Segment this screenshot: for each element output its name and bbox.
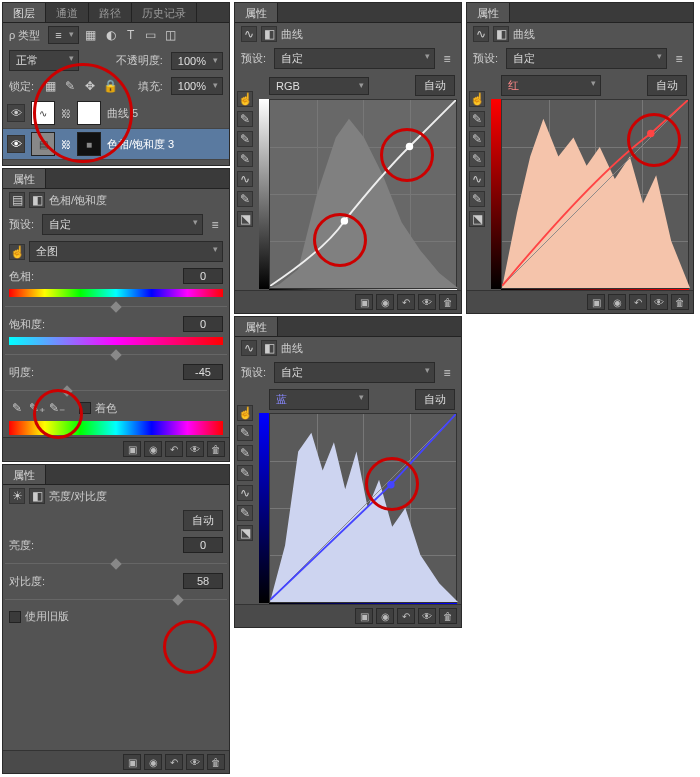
curve-edit-icon[interactable]: ∿ xyxy=(237,171,253,187)
prev-icon[interactable]: ◉ xyxy=(376,294,394,310)
layer-name[interactable]: 曲线 5 xyxy=(107,106,138,121)
curve-grid[interactable] xyxy=(269,413,457,603)
filter-pixel-icon[interactable]: ▦ xyxy=(83,27,99,43)
layer-hsl3[interactable]: 👁 ▤ ⛓ ■ 色相/饱和度 3 xyxy=(3,129,229,160)
tab-channels[interactable]: 通道 xyxy=(46,3,89,22)
auto-button[interactable]: 自动 xyxy=(415,75,455,96)
mask-icon[interactable]: ◧ xyxy=(29,488,45,504)
layer-name[interactable]: 色相/饱和度 3 xyxy=(107,137,174,152)
mask-thumb[interactable]: ■ xyxy=(77,132,101,156)
legacy-check[interactable] xyxy=(9,611,21,623)
pencil-icon[interactable]: ✎ xyxy=(237,505,253,521)
visibility-icon[interactable]: 👁 xyxy=(186,754,204,770)
channel-select[interactable]: RGB xyxy=(269,77,369,95)
pencil-icon[interactable]: ✎ xyxy=(237,191,253,207)
prev-icon[interactable]: ◉ xyxy=(144,754,162,770)
finger-icon[interactable]: ☝ xyxy=(237,405,253,421)
preset-select[interactable]: 自定 xyxy=(42,214,203,235)
tab-properties[interactable]: 属性 xyxy=(235,3,278,22)
eyedrop-gray-icon[interactable]: ✎ xyxy=(237,445,253,461)
visibility-icon[interactable]: 👁 xyxy=(7,135,25,153)
light-value[interactable]: -45 xyxy=(183,364,223,380)
smooth-icon[interactable]: ⬔ xyxy=(237,211,253,227)
eyedropper-icon[interactable]: ✎ xyxy=(9,400,25,416)
smooth-icon[interactable]: ⬔ xyxy=(237,525,253,541)
filter-kind[interactable]: ≡ xyxy=(48,26,78,44)
mask-icon[interactable]: ◧ xyxy=(29,192,45,208)
prev-icon[interactable]: ◉ xyxy=(376,608,394,624)
colorize-check[interactable] xyxy=(79,402,91,414)
mask-icon[interactable]: ◧ xyxy=(493,26,509,42)
filter-shape-icon[interactable]: ▭ xyxy=(143,27,159,43)
tab-layers[interactable]: 图层 xyxy=(3,3,46,22)
eyedropper-plus-icon[interactable]: ✎₊ xyxy=(29,400,45,416)
reset-icon[interactable]: ↶ xyxy=(165,441,183,457)
adjustment-thumb[interactable]: ∿ xyxy=(31,101,55,125)
filter-type-icon[interactable]: T xyxy=(123,27,139,43)
channel-select[interactable]: 红 xyxy=(501,75,601,96)
contrast-value[interactable]: 58 xyxy=(183,573,223,589)
lock-trans-icon[interactable]: ▦ xyxy=(42,78,58,94)
clip-icon[interactable]: ▣ xyxy=(587,294,605,310)
finger-icon[interactable]: ☝ xyxy=(237,91,253,107)
reset-icon[interactable]: ↶ xyxy=(397,294,415,310)
brightness-value[interactable]: 0 xyxy=(183,537,223,553)
visibility-icon[interactable]: 👁 xyxy=(418,608,436,624)
tab-properties[interactable]: 属性 xyxy=(467,3,510,22)
mask-thumb[interactable] xyxy=(77,101,101,125)
adjustment-thumb[interactable]: ▤ xyxy=(31,132,55,156)
eyedrop-white-icon[interactable]: ✎ xyxy=(237,465,253,481)
lock-pos-icon[interactable]: ✥ xyxy=(82,78,98,94)
curve-edit-icon[interactable]: ∿ xyxy=(469,171,485,187)
clip-icon[interactable]: ▣ xyxy=(355,294,373,310)
curve-edit-icon[interactable]: ∿ xyxy=(237,485,253,501)
lock-all-icon[interactable]: 🔒 xyxy=(102,78,118,94)
reset-icon[interactable]: ↶ xyxy=(397,608,415,624)
visibility-icon[interactable]: 👁 xyxy=(650,294,668,310)
channel-select[interactable]: 蓝 xyxy=(269,389,369,410)
layer-curves5[interactable]: 👁 ∿ ⛓ 曲线 5 xyxy=(3,98,229,129)
reset-icon[interactable]: ↶ xyxy=(629,294,647,310)
trash-icon[interactable]: 🗑 xyxy=(439,608,457,624)
tab-properties[interactable]: 属性 xyxy=(235,317,278,336)
filter-smart-icon[interactable]: ◫ xyxy=(163,27,179,43)
preset-menu-icon[interactable]: ≡ xyxy=(439,365,455,381)
sat-slider[interactable] xyxy=(9,337,223,345)
eyedrop-white-icon[interactable]: ✎ xyxy=(469,151,485,167)
pencil-icon[interactable]: ✎ xyxy=(469,191,485,207)
auto-button[interactable]: 自动 xyxy=(415,389,455,410)
filter-adjust-icon[interactable]: ◐ xyxy=(103,27,119,43)
preset-menu-icon[interactable]: ≡ xyxy=(207,217,223,233)
eyedrop-gray-icon[interactable]: ✎ xyxy=(469,131,485,147)
trash-icon[interactable]: 🗑 xyxy=(207,441,225,457)
range-select[interactable]: 全图 xyxy=(29,241,223,262)
hue-thumb[interactable] xyxy=(110,301,121,312)
visibility-icon[interactable]: 👁 xyxy=(418,294,436,310)
sat-thumb[interactable] xyxy=(110,349,121,360)
eyedropper-minus-icon[interactable]: ✎₋ xyxy=(49,400,65,416)
curve-grid[interactable] xyxy=(501,99,689,289)
tab-history[interactable]: 历史记录 xyxy=(132,3,197,22)
tab-properties[interactable]: 属性 xyxy=(3,169,46,188)
contrast-thumb[interactable] xyxy=(172,594,183,605)
clip-icon[interactable]: ▣ xyxy=(123,441,141,457)
fill-value[interactable]: 100% xyxy=(171,77,223,95)
preset-select[interactable]: 自定 xyxy=(506,48,667,69)
prev-icon[interactable]: ◉ xyxy=(608,294,626,310)
prev-icon[interactable]: ◉ xyxy=(144,441,162,457)
blend-mode[interactable]: 正常 xyxy=(9,50,79,71)
finger-icon[interactable]: ☝ xyxy=(9,244,25,260)
preset-select[interactable]: 自定 xyxy=(274,362,435,383)
finger-icon[interactable]: ☝ xyxy=(469,91,485,107)
preset-menu-icon[interactable]: ≡ xyxy=(439,51,455,67)
opacity-value[interactable]: 100% xyxy=(171,52,223,70)
color-range-bar[interactable] xyxy=(9,421,223,435)
visibility-icon[interactable]: 👁 xyxy=(7,104,25,122)
visibility-icon[interactable]: 👁 xyxy=(186,441,204,457)
hue-value[interactable]: 0 xyxy=(183,268,223,284)
sat-value[interactable]: 0 xyxy=(183,316,223,332)
tab-properties[interactable]: 属性 xyxy=(3,465,46,484)
eyedrop-black-icon[interactable]: ✎ xyxy=(469,111,485,127)
lock-pixel-icon[interactable]: ✎ xyxy=(62,78,78,94)
mask-icon[interactable]: ◧ xyxy=(261,26,277,42)
